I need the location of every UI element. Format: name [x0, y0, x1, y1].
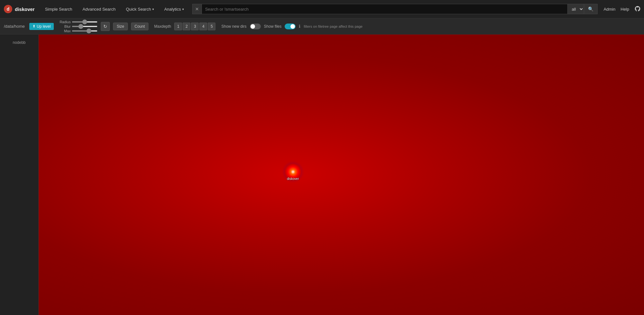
analytics-link[interactable]: Analytics ▾: [159, 0, 189, 18]
current-path: /data/home: [4, 24, 25, 29]
depth-btn-2[interactable]: 2: [183, 23, 190, 30]
quick-search-link[interactable]: Quick Search ▾: [121, 0, 159, 18]
search-button[interactable]: 🔍: [584, 4, 597, 14]
max-slider[interactable]: [72, 30, 98, 32]
show-files-toggle[interactable]: [285, 24, 296, 29]
help-link[interactable]: Help: [620, 7, 629, 12]
blur-slider-row: Blur: [59, 25, 98, 28]
logo-area[interactable]: d diskover: [3, 4, 35, 14]
svg-text:d: d: [7, 6, 10, 12]
advanced-search-link[interactable]: Advanced Search: [77, 0, 121, 18]
count-button[interactable]: Count: [131, 23, 148, 30]
depth-buttons: 1 2 3 4 5: [174, 23, 215, 30]
depth-btn-5[interactable]: 5: [208, 23, 215, 30]
depth-btn-4[interactable]: 4: [199, 23, 207, 30]
up-level-button[interactable]: ⬆ Up level: [29, 23, 54, 30]
heatmap-node[interactable]: diskover: [285, 164, 301, 180]
show-files-label: Show files: [264, 24, 282, 29]
max-label: Max: [59, 29, 71, 33]
radius-label: Radius: [59, 20, 71, 24]
show-files-slider: [285, 24, 296, 29]
main-content: nodebb diskover: [0, 34, 644, 315]
quick-search-arrow: ▾: [152, 7, 154, 11]
maxdepth-label: Maxdepth: [154, 24, 171, 29]
navbar: d diskover Simple Search Advanced Search…: [0, 0, 644, 18]
simple-search-link[interactable]: Simple Search: [40, 0, 78, 18]
show-new-dirs-label: Show new dirs: [221, 24, 246, 29]
refresh-button[interactable]: ↻: [101, 22, 110, 31]
admin-link[interactable]: Admin: [603, 7, 615, 12]
up-icon: ⬆: [33, 24, 35, 28]
github-icon: [634, 5, 641, 12]
show-new-dirs-slider: [250, 24, 261, 29]
search-input[interactable]: [202, 4, 567, 14]
sliders-group: Radius Blur Max: [59, 20, 98, 33]
filters-note: filters on filetree page affect this pag…: [304, 25, 363, 28]
depth-btn-3[interactable]: 3: [191, 23, 199, 30]
size-button[interactable]: Size: [113, 23, 128, 30]
info-icon: ℹ: [299, 24, 300, 29]
toolbar: /data/home ⬆ Up level Radius Blur Max ↻ …: [0, 18, 644, 34]
depth-btn-1[interactable]: 1: [174, 23, 182, 30]
heatmap-node-label: diskover: [287, 177, 299, 181]
search-close-btn[interactable]: ✕: [193, 4, 202, 14]
heatmap-container[interactable]: diskover: [39, 34, 644, 315]
max-slider-row: Max: [59, 29, 98, 33]
sidebar: nodebb: [0, 34, 39, 315]
logo-icon: d: [3, 4, 13, 14]
search-scope-select[interactable]: all: [567, 4, 584, 14]
sidebar-item-nodebb[interactable]: nodebb: [0, 38, 38, 47]
search-area: ✕ all 🔍: [192, 4, 598, 14]
blur-label: Blur: [59, 25, 71, 28]
nav-right: Admin Help: [603, 5, 641, 13]
radius-slider[interactable]: [72, 21, 98, 23]
github-link[interactable]: [634, 5, 641, 13]
analytics-arrow: ▾: [182, 7, 184, 11]
blur-slider[interactable]: [72, 26, 98, 27]
app-title: diskover: [15, 6, 35, 12]
heatmap-background: [39, 34, 644, 315]
show-new-dirs-toggle[interactable]: [250, 24, 261, 29]
radius-slider-row: Radius: [59, 20, 98, 24]
